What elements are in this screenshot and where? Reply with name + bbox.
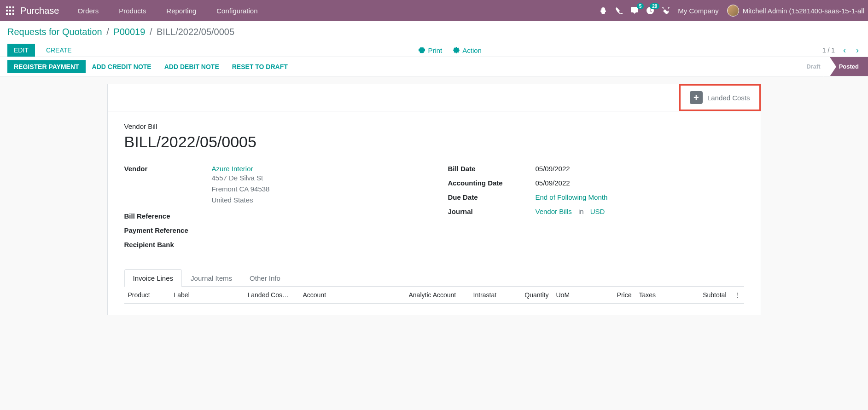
svg-rect-3 bbox=[6, 10, 8, 12]
activities-badge: 29 bbox=[650, 3, 659, 9]
menu-orders[interactable]: Orders bbox=[78, 7, 99, 15]
col-landed[interactable]: Landed Cos… bbox=[244, 291, 299, 299]
phone-icon[interactable] bbox=[615, 7, 623, 14]
vendor-country: United States bbox=[212, 195, 420, 206]
svg-rect-0 bbox=[6, 6, 8, 8]
col-uom[interactable]: UoM bbox=[553, 291, 599, 299]
page-title: BILL/2022/05/0005 bbox=[124, 133, 744, 151]
tab-invoice-lines[interactable]: Invoice Lines bbox=[124, 269, 182, 287]
due-date-value[interactable]: End of Following Month bbox=[536, 193, 608, 201]
vendor-label: Vendor bbox=[124, 165, 212, 173]
menu-products[interactable]: Products bbox=[119, 7, 146, 15]
pager-prev[interactable]: ‹ bbox=[841, 46, 848, 55]
create-button[interactable]: Create bbox=[40, 44, 78, 57]
tab-journal-items[interactable]: Journal Items bbox=[182, 269, 241, 287]
bill-ref-label: Bill Reference bbox=[124, 212, 212, 220]
due-date-label: Due Date bbox=[448, 193, 536, 201]
col-subtotal[interactable]: Subtotal bbox=[695, 291, 730, 299]
col-price[interactable]: Price bbox=[599, 291, 635, 299]
bill-date-label: Bill Date bbox=[448, 165, 536, 173]
journal-label: Journal bbox=[448, 208, 536, 215]
svg-rect-4 bbox=[9, 10, 11, 12]
breadcrumb-root[interactable]: Requests for Quotation bbox=[7, 27, 102, 37]
breadcrumb-mid[interactable]: P00019 bbox=[113, 27, 145, 37]
vendor-city: Fremont CA 94538 bbox=[212, 184, 420, 195]
pay-ref-label: Payment Reference bbox=[124, 226, 212, 234]
avatar bbox=[727, 5, 739, 17]
col-account[interactable]: Account bbox=[299, 291, 405, 299]
svg-rect-5 bbox=[12, 10, 14, 12]
col-analytic[interactable]: Analytic Account bbox=[405, 291, 470, 299]
svg-rect-8 bbox=[12, 13, 14, 15]
messages-badge: 5 bbox=[637, 3, 644, 9]
svg-rect-7 bbox=[9, 13, 11, 15]
col-label[interactable]: Label bbox=[170, 291, 244, 299]
tab-other-info[interactable]: Other Info bbox=[241, 269, 289, 287]
debug-icon[interactable] bbox=[600, 7, 607, 14]
activities-icon[interactable]: 29 bbox=[647, 7, 654, 14]
vendor-street: 4557 De Silva St bbox=[212, 173, 420, 184]
bank-label: Recipient Bank bbox=[124, 241, 212, 248]
edit-button[interactable]: Edit bbox=[7, 44, 35, 57]
apps-icon[interactable] bbox=[4, 4, 17, 17]
top-navbar: Purchase Orders Products Reporting Confi… bbox=[0, 0, 868, 21]
vendor-link[interactable]: Azure Interior bbox=[212, 165, 253, 173]
col-taxes[interactable]: Taxes bbox=[635, 291, 695, 299]
breadcrumb: Requests for Quotation / P00019 / BILL/2… bbox=[7, 27, 861, 37]
title-label: Vendor Bill bbox=[124, 122, 744, 130]
register-payment-button[interactable]: Register Payment bbox=[7, 60, 86, 73]
pager-next[interactable]: › bbox=[854, 46, 861, 55]
pager-text: 1 / 1 bbox=[822, 46, 835, 54]
control-panel: Requests for Quotation / P00019 / BILL/2… bbox=[0, 21, 868, 57]
svg-rect-1 bbox=[9, 6, 11, 8]
landed-costs-button[interactable]: + Landed Costs bbox=[679, 84, 761, 111]
company-name[interactable]: My Company bbox=[678, 7, 718, 15]
col-intrastat[interactable]: Intrastat bbox=[470, 291, 516, 299]
messages-icon[interactable]: 5 bbox=[631, 7, 638, 14]
tools-icon[interactable] bbox=[662, 7, 670, 14]
gear-icon bbox=[453, 47, 460, 53]
journal-in: in bbox=[578, 208, 584, 215]
breadcrumb-active: BILL/2022/05/0005 bbox=[157, 27, 234, 37]
menu-configuration[interactable]: Configuration bbox=[216, 7, 257, 15]
menu-reporting[interactable]: Reporting bbox=[166, 7, 196, 15]
svg-rect-6 bbox=[6, 13, 8, 15]
action-button[interactable]: Action bbox=[453, 46, 482, 54]
form-sheet: + Landed Costs Vendor Bill BILL/2022/05/… bbox=[107, 84, 761, 315]
reset-draft-button[interactable]: Reset to Draft bbox=[226, 60, 294, 73]
app-brand[interactable]: Purchase bbox=[20, 6, 59, 16]
plus-icon: + bbox=[690, 91, 703, 104]
col-options-icon[interactable]: ⋮ bbox=[730, 291, 744, 299]
journal-value[interactable]: Vendor Bills bbox=[536, 208, 572, 215]
print-button[interactable]: Print bbox=[419, 46, 442, 54]
print-icon bbox=[419, 47, 425, 53]
acc-date-value: 05/09/2022 bbox=[536, 179, 744, 187]
bill-date-value: 05/09/2022 bbox=[536, 165, 744, 173]
col-product[interactable]: Product bbox=[124, 291, 170, 299]
top-menu: Orders Products Reporting Configuration bbox=[78, 7, 276, 15]
currency-value[interactable]: USD bbox=[590, 208, 605, 215]
svg-rect-2 bbox=[12, 6, 14, 8]
landed-costs-label: Landed Costs bbox=[707, 94, 750, 102]
user-name: Mitchell Admin (15281400-saas-15-1-all bbox=[743, 7, 864, 15]
tabs: Invoice Lines Journal Items Other Info bbox=[124, 269, 744, 287]
status-bar: Register Payment Add Credit Note Add Deb… bbox=[0, 57, 868, 76]
col-quantity[interactable]: Quantity bbox=[516, 291, 553, 299]
user-menu[interactable]: Mitchell Admin (15281400-saas-15-1-all bbox=[727, 5, 864, 17]
table-header: Product Label Landed Cos… Account Analyt… bbox=[124, 287, 744, 304]
add-debit-note-button[interactable]: Add Debit Note bbox=[158, 60, 226, 73]
acc-date-label: Accounting Date bbox=[448, 179, 536, 187]
add-credit-note-button[interactable]: Add Credit Note bbox=[86, 60, 158, 73]
